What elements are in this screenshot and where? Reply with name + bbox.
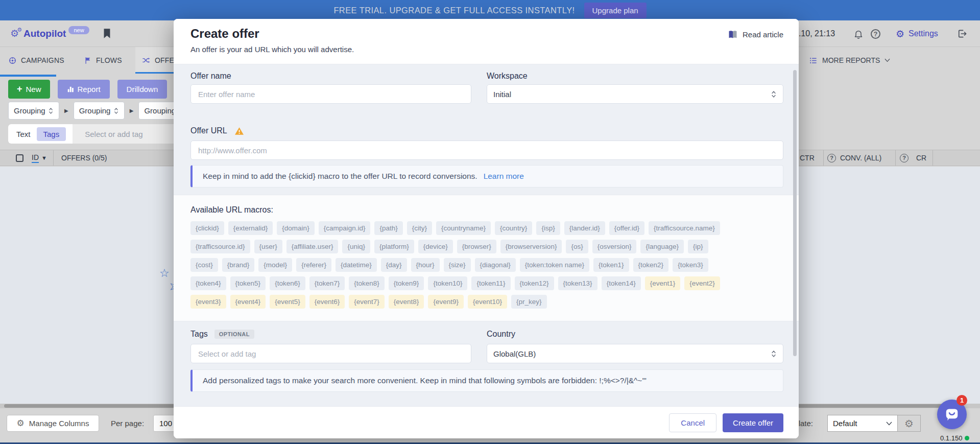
macro-chip[interactable]: {event5} <box>270 295 305 309</box>
new-offer-button[interactable]: + New <box>8 80 50 99</box>
macro-chip[interactable]: {lander.id} <box>564 221 605 235</box>
macro-chip[interactable]: {clickid} <box>190 221 224 235</box>
column-cr[interactable]: CR <box>916 150 926 166</box>
macro-chip[interactable]: {token13} <box>558 276 597 290</box>
column-ctr[interactable]: CTR <box>800 150 815 166</box>
updown-chevron-icon <box>771 90 777 98</box>
tab-flows[interactable]: FLOWS <box>78 47 128 74</box>
bookmark-icon[interactable] <box>103 28 111 39</box>
cancel-button[interactable]: Cancel <box>669 413 716 432</box>
macro-chip[interactable]: {event9} <box>428 295 464 309</box>
tags-note: Add personalized tags to make your searc… <box>190 369 783 392</box>
offer-url-input[interactable] <box>190 141 783 160</box>
macro-chip[interactable]: {cost} <box>190 258 218 272</box>
macro-chip[interactable]: {token2} <box>633 258 669 272</box>
macro-chip[interactable]: {isp} <box>536 221 560 235</box>
macros-section: Available URL macros: {clickid}{external… <box>174 195 799 321</box>
filter-mode-tags[interactable]: Tags <box>37 127 66 141</box>
settings-button[interactable]: ⚙ Settings <box>896 20 938 47</box>
grouping-select-1[interactable]: Grouping <box>8 102 59 120</box>
macro-chip[interactable]: {token:token name} <box>520 258 589 272</box>
offer-name-input[interactable] <box>190 84 471 104</box>
cr-help-icon[interactable]: ? <box>900 150 909 166</box>
grouping-select-2[interactable]: Grouping <box>74 102 125 120</box>
macro-chip[interactable]: {event7} <box>349 295 385 309</box>
create-offer-button[interactable]: Create offer <box>723 413 783 432</box>
macro-chip[interactable]: {pr_key} <box>511 295 547 309</box>
macro-chip[interactable]: {trafficsource.name} <box>649 221 720 235</box>
macro-chip[interactable]: {browserversion} <box>500 240 562 253</box>
macro-chip[interactable]: {language} <box>640 240 684 253</box>
macro-chip[interactable]: {event4} <box>230 295 266 309</box>
macro-chip[interactable]: {token3} <box>673 258 708 272</box>
macro-chip[interactable]: {uniq} <box>342 240 370 253</box>
help-icon[interactable]: ? <box>871 20 880 47</box>
macro-chip[interactable]: {hour} <box>411 258 440 272</box>
read-article-link[interactable]: Read article <box>728 30 783 39</box>
tags-input[interactable] <box>190 344 471 363</box>
macro-chip[interactable]: {city} <box>407 221 432 235</box>
macro-chip[interactable]: {datetime} <box>336 258 377 272</box>
macro-chip[interactable]: {token1} <box>593 258 629 272</box>
macro-chip[interactable]: {browser} <box>457 240 496 253</box>
macro-chip[interactable]: {affiliate.user} <box>286 240 339 253</box>
macro-chip[interactable]: {os} <box>566 240 588 253</box>
more-reports-dropdown[interactable]: MORE REPORTS <box>809 47 890 74</box>
macro-chip[interactable]: {country} <box>495 221 532 235</box>
macro-chip[interactable]: {token5} <box>230 276 266 290</box>
country-select[interactable]: Global(GLB) <box>487 344 783 363</box>
macro-chip[interactable]: {token8} <box>349 276 385 290</box>
macro-chip[interactable]: {token11} <box>471 276 510 290</box>
macro-chip[interactable]: {size} <box>444 258 471 272</box>
macro-chip[interactable]: {event3} <box>190 295 226 309</box>
macro-chip[interactable]: {domain} <box>277 221 314 235</box>
macro-chip[interactable]: {token10} <box>428 276 467 290</box>
learn-more-link[interactable]: Learn more <box>484 172 524 181</box>
macro-chip[interactable]: {token12} <box>515 276 554 290</box>
macro-chip[interactable]: {path} <box>374 221 402 235</box>
macro-chip[interactable]: {event6} <box>309 295 345 309</box>
macro-chip[interactable]: {brand} <box>222 258 255 272</box>
macro-chip[interactable]: {event8} <box>389 295 424 309</box>
macro-chip[interactable]: {token9} <box>389 276 424 290</box>
macro-chip[interactable]: {token7} <box>309 276 345 290</box>
macro-chip[interactable]: {osversion} <box>592 240 637 253</box>
filter-mode-text[interactable]: Text <box>16 130 31 138</box>
macro-chip[interactable]: {token6} <box>270 276 305 290</box>
macro-chip[interactable]: {user} <box>254 240 282 253</box>
workspace-select[interactable]: Initial <box>487 84 783 104</box>
template-settings-button[interactable]: ⚙ <box>897 415 921 432</box>
modal-scrollbar-thumb[interactable] <box>793 70 797 356</box>
macro-chip[interactable]: {platform} <box>374 240 414 253</box>
drilldown-button[interactable]: Drilldown <box>117 80 168 99</box>
tab-campaigns[interactable]: CAMPAIGNS <box>2 47 70 74</box>
select-all-checkbox[interactable] <box>16 150 23 166</box>
column-conv-all[interactable]: CONV. (ALL) <box>840 150 881 166</box>
macro-chip[interactable]: {ip} <box>688 240 708 253</box>
macro-chip[interactable]: {device} <box>418 240 453 253</box>
macro-chip[interactable]: {countryname} <box>436 221 491 235</box>
tabs-scrollbar-thumb[interactable] <box>0 75 56 77</box>
macro-chip[interactable]: {offer.id} <box>609 221 644 235</box>
macro-chip[interactable]: {token14} <box>602 276 641 290</box>
conv-help-icon[interactable]: ? <box>827 150 836 166</box>
macro-chip[interactable]: {externalid} <box>228 221 273 235</box>
macro-chip[interactable]: {day} <box>381 258 407 272</box>
manage-columns-button[interactable]: ⚙ Manage Columns <box>7 415 99 432</box>
autopilot-link[interactable]: Autopilot <box>23 28 66 39</box>
template-select[interactable]: Default <box>827 415 898 432</box>
macro-chip[interactable]: {token4} <box>190 276 226 290</box>
column-id[interactable]: ID▼ <box>32 150 47 166</box>
macro-chip[interactable]: {model} <box>258 258 292 272</box>
macro-chip[interactable]: {event1} <box>645 276 681 290</box>
macro-chip[interactable]: {diagonal} <box>475 258 516 272</box>
macro-chip[interactable]: {event2} <box>684 276 720 290</box>
macro-chip[interactable]: {campaign.id} <box>319 221 371 235</box>
upgrade-plan-button[interactable]: Upgrade plan <box>584 3 647 18</box>
logout-icon[interactable] <box>957 20 967 47</box>
notifications-bell-icon[interactable] <box>853 20 864 47</box>
macro-chip[interactable]: {event10} <box>468 295 507 309</box>
macro-chip[interactable]: {referer} <box>296 258 331 272</box>
macro-chip[interactable]: {trafficsource.id} <box>190 240 250 253</box>
report-button[interactable]: Report <box>58 80 110 99</box>
